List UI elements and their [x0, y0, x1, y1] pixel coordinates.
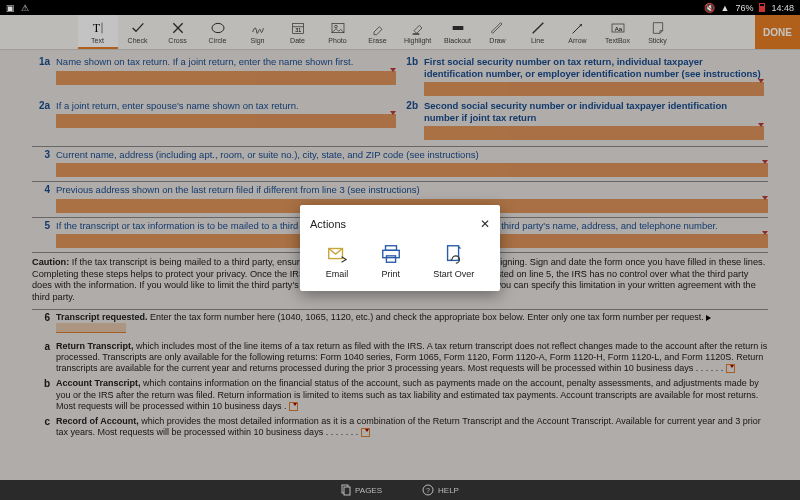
android-status-bar: ▣ ⚠ 🔇 ▲ 76% 14:48 — [0, 0, 800, 15]
modal-backdrop[interactable]: Actions ✕ Email Print Start Over — [0, 15, 800, 480]
svg-rect-20 — [344, 487, 350, 495]
help-button[interactable]: ? HELP — [422, 484, 459, 496]
start-over-icon — [443, 243, 465, 265]
bottom-bar: PAGES ? HELP — [0, 480, 800, 500]
email-icon — [326, 243, 348, 265]
notification-icon: ▣ — [6, 3, 15, 13]
svg-rect-15 — [385, 245, 396, 250]
clock: 14:48 — [771, 3, 794, 13]
wifi-icon: ▲ — [721, 3, 730, 13]
pages-icon — [341, 484, 351, 496]
action-start-over[interactable]: Start Over — [433, 243, 474, 279]
battery-percent: 76% — [735, 3, 753, 13]
battery-icon — [759, 3, 765, 12]
action-email[interactable]: Email — [326, 243, 349, 279]
action-print[interactable]: Print — [380, 243, 402, 279]
svg-text:?: ? — [426, 487, 430, 494]
mute-icon: 🔇 — [704, 3, 715, 13]
actions-dialog: Actions ✕ Email Print Start Over — [300, 205, 500, 291]
pages-button[interactable]: PAGES — [341, 484, 382, 496]
help-icon: ? — [422, 484, 434, 496]
svg-rect-16 — [382, 250, 399, 257]
close-icon[interactable]: ✕ — [480, 217, 490, 231]
dialog-title: Actions — [310, 218, 346, 230]
print-icon — [380, 243, 402, 265]
svg-rect-18 — [447, 245, 458, 260]
warning-icon: ⚠ — [21, 3, 29, 13]
svg-rect-17 — [386, 255, 395, 261]
